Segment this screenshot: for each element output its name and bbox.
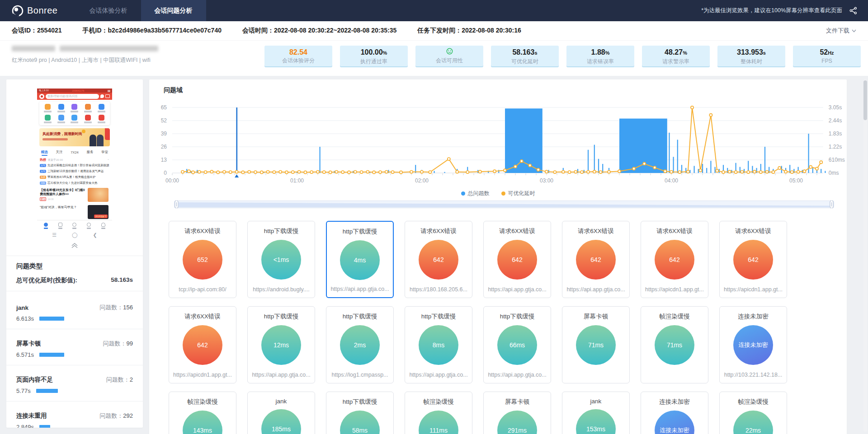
metric-card-1[interactable]: 82.54会话体验评分 [264,46,332,66]
problem-card[interactable]: 请求6XX错误642https://apicdn1.app.gt... [641,221,708,298]
legend-item-总问题数[interactable]: 总问题数 [461,190,490,197]
metric-card-6[interactable]: 48.27%请求警示率 [642,46,710,66]
problem-domain-chart[interactable]: 00ms13610ms261.22s391.83s522.44s653.05s0… [149,98,847,188]
metric-label: 可优化延时 [491,58,559,65]
problem-type-item[interactable]: 屏幕卡顿问题数：99 [16,340,133,348]
problem-card[interactable]: 请求6XX错误652tcp://ip-api.com:80/ [169,221,236,298]
problem-card[interactable]: 请求6XX错误642https://180.168.205.6... [405,221,472,298]
delay-point [553,171,556,173]
problem-card-title: 请求6XX错误 [562,227,629,235]
delay-point [248,171,250,173]
page-scrollbar[interactable] [863,79,867,432]
promo-image [88,188,108,202]
problem-card[interactable]: http下载缓慢12mshttps://api.app.gtja.co... [247,306,315,383]
delay-point [379,171,382,173]
news-text: 先进封装概念持续走强！部分资金或回流新能源 [47,163,109,168]
app-logo-icon [39,94,44,99]
problem-card[interactable]: 连接未加密连接未加密 [641,392,708,434]
delay-point [241,171,244,173]
problem-card[interactable]: 帧渲染缓慢71ms [641,306,708,383]
problem-card[interactable]: 帧渲染缓慢22ms [719,392,787,434]
problem-card[interactable]: http下载缓慢<1mshttps://android.bugly.... [247,221,315,298]
tab-session-problem[interactable]: 会话问题分析 [141,0,206,21]
news-text: 芯片板块大分化！先进封装获资金火热 [47,181,98,185]
problem-card[interactable]: 连接未加密连接未加密http://103.221.142.18... [719,306,787,383]
metric-value: 58.163s [491,48,559,57]
problem-card[interactable]: 请求6XX错误642https://apicdn1.app.gt... [719,221,787,298]
problem-card-title: 请求6XX错误 [641,227,708,235]
problem-count: 问题数：156 [99,303,133,312]
problem-card-circle: 642 [733,240,773,280]
phone-tab-学堂: 学堂 [101,150,108,154]
phone-screenshot-thumbnail[interactable]: 晚上8:30 159641176 ▮▮ 股票/理财/功能/资讯/问答 风起新消费… [37,89,112,231]
metric-card-3[interactable]: 会话可用性 [415,46,483,66]
legend-item-可优化延时[interactable]: 可优化延时 [501,190,535,197]
problem-card-title: 帧渲染缓慢 [169,398,236,406]
home-icon: ◯ [72,232,77,238]
problem-card[interactable]: jank153ms [562,392,630,434]
home-tab-icon [44,223,48,229]
delay-point [568,171,571,173]
phone-hot-row: 热榜 更新于20:30 ⌃ [37,157,112,163]
delay-point [198,171,201,173]
metric-card-8[interactable]: 52HzFPS [793,46,861,66]
problem-card[interactable]: 帧渲染缓慢143ms [169,392,236,434]
problem-card[interactable]: 屏幕卡顿291ms [483,392,551,434]
problem-card[interactable]: 请求6XX错误642https://api.app.gtja.co... [483,221,551,298]
problem-card[interactable]: http下载缓慢4mshttps://api.app.gtja.co... [326,221,394,298]
delay-point [520,160,523,163]
problem-card[interactable]: 帧渲染缓慢111ms [405,392,472,434]
delay-point [223,171,226,173]
task-dispatch-time: 任务下发时间：2022-08-08 20:30:16 [417,27,521,35]
problem-card-title: 请求6XX错误 [169,227,236,235]
metric-card-7[interactable]: 313.953s整体耗时 [717,46,785,66]
chart-range-slider[interactable] [174,201,834,208]
file-download-button[interactable]: 文件下载 [826,27,856,35]
divider [6,365,143,365]
problem-card[interactable]: jank185ms [247,392,315,434]
app-icon [99,104,104,110]
session-info-bar: 会话ID：2554021 手机ID：b2c2d4986e9a33b5677714… [0,21,868,41]
app-icon [45,104,51,110]
phone-tab-服务: 服务 [86,150,93,154]
x-axis-label: 02:00 [415,177,429,184]
divider [6,329,143,329]
scrollbar-thumb[interactable] [863,80,867,120]
share-icon[interactable] [849,7,857,14]
problem-card[interactable]: http下载缓慢58ms [326,392,394,434]
delay-point [809,166,812,168]
phone-news-item: 回顾芯片板块大分化！先进封装获资金火热 [40,180,109,186]
app-icon [85,104,91,110]
problem-type-time-row: 6.613s [16,315,64,322]
problem-type-item[interactable]: 连接未重用问题数：292 [16,412,133,420]
problem-card[interactable]: 屏幕卡顿71ms [562,306,630,383]
problem-type-item[interactable]: jank问题数：156 [16,303,133,312]
delay-point [722,171,725,173]
divider [6,256,143,256]
delay-point [747,171,750,173]
delay-point [803,170,806,173]
delay-point [360,171,363,173]
tab-session-experience[interactable]: 会话体验分析 [76,0,141,21]
problem-time-bar [36,389,58,393]
problem-card-circle: 8ms [419,325,458,365]
problem-card[interactable]: 请求6XX错误642https://apicdn1.app.gt... [169,306,236,383]
problem-type-item[interactable]: 页面内容不足问题数：2 [16,376,133,384]
problem-card-circle: 153ms [576,409,616,434]
metric-card-2[interactable]: 100.00%执行通过率 [340,46,408,66]
delay-point [545,170,548,173]
app-icon-label [57,111,65,112]
app-icon-label [44,121,52,123]
y-axis-left-label: 52 [161,117,167,124]
problem-card-title: 请求6XX错误 [484,227,551,235]
problem-card-circle: 291ms [497,411,537,434]
problem-card[interactable]: http下载缓慢66mshttps://api.app.gtja.co... [483,306,551,383]
delay-point [587,171,590,173]
metric-card-5[interactable]: 1.88%请求错误率 [566,46,634,66]
problem-card[interactable]: http下载缓慢8mshttps://api.app.gtja.co... [405,306,472,383]
collapse-phone-button[interactable] [6,242,143,250]
problem-card[interactable]: http下载缓慢2mshttps://log1.cmpassp... [326,306,394,383]
metric-card-4[interactable]: 58.163s可优化延时 [491,46,559,66]
problem-card[interactable]: 请求6XX错误642https://api.app.gtja.co... [562,221,630,298]
delay-point [664,170,666,173]
